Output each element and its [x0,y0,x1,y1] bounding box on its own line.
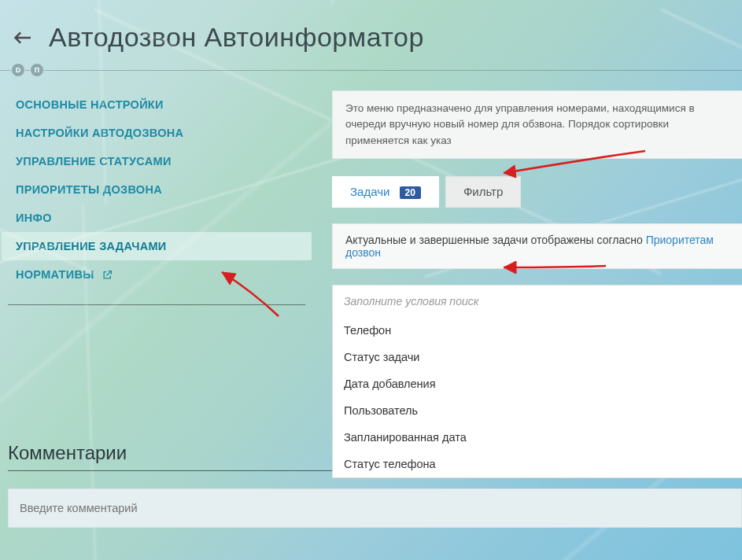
tabs: Задачи 20 Фильтр [332,176,742,208]
breadcrumb: D П [0,62,742,78]
info-banner: Это меню предназначено для управления но… [332,90,742,159]
sidebar-item-basic-settings[interactable]: ОСНОВНЫЕ НАСТРОЙКИ [2,90,312,119]
sidebar-separator [8,304,305,305]
back-icon[interactable] [11,26,35,50]
sidebar-item-task-mgmt[interactable]: УПРАВЛЕНИЕ ЗАДАЧАМИ [2,232,312,260]
dd-user[interactable]: Пользователь [333,397,742,424]
search-dropdown: Телефон Статус задачи Дата добавления По… [332,317,742,478]
priority-notice: Актуальные и завершенные задачи отображе… [332,223,742,269]
sidebar: ОСНОВНЫЕ НАСТРОЙКИ НАСТРОЙКИ АВТОДОЗВОНА… [2,90,312,305]
tab-tasks-count: 20 [400,186,421,199]
priority-notice-text: Актуальные и завершенные задачи отображе… [345,234,646,246]
sidebar-item-norms[interactable]: НОРМАТИВЫ [2,260,312,290]
dd-task-status[interactable]: Статус задачи [333,344,742,370]
sidebar-item-autodial-settings[interactable]: НАСТРОЙКИ АВТОДОЗВОНА [2,119,312,147]
search-input[interactable] [333,286,742,317]
tab-tasks-label: Задачи [350,185,389,198]
external-link-icon [102,270,113,282]
crumb-p[interactable]: П [30,63,44,77]
comment-input[interactable] [8,488,742,528]
dd-phone[interactable]: Телефон [333,317,742,344]
search-field-wrap: Телефон Статус задачи Дата добавления По… [332,285,742,318]
sidebar-item-dial-priority[interactable]: ПРИОРИТЕТЫ ДОЗВОНА [2,175,312,204]
sidebar-item-status-mgmt[interactable]: УПРАВЛЕНИЕ СТАТУСАМИ [2,147,312,175]
tab-filter[interactable]: Фильтр [445,176,521,208]
sidebar-item-label: НОРМАТИВЫ [16,268,94,281]
dd-phone-status[interactable]: Статус телефона [333,451,742,477]
crumb-d[interactable]: D [11,63,25,77]
dd-date-added[interactable]: Дата добавления [333,370,742,397]
dd-planned-date[interactable]: Запланированная дата [333,424,742,451]
tab-tasks[interactable]: Задачи 20 [332,176,439,208]
sidebar-item-info[interactable]: ИНФО [2,204,312,232]
page-title: Автодозвон Автоинформатор [49,22,424,53]
